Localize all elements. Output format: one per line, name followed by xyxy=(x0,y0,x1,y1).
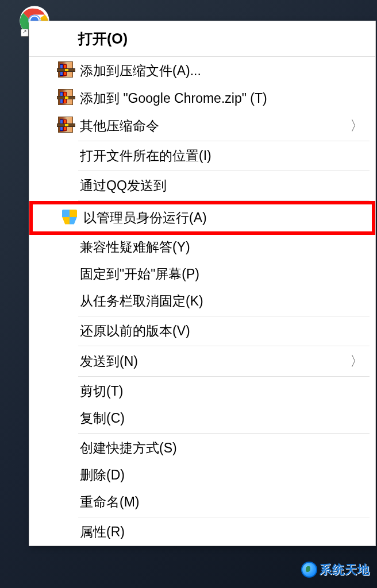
menu-item-compat-troubleshoot[interactable]: 兼容性疑难解答(Y) xyxy=(29,234,375,261)
menu-item-label: 发送到(N) xyxy=(80,353,350,370)
menu-item-restore-previous[interactable]: 还原以前的版本(V) xyxy=(29,318,375,345)
menu-item-send-to[interactable]: 发送到(N) 〉 xyxy=(29,347,375,375)
menu-item-other-compress[interactable]: 其他压缩命令 〉 xyxy=(29,112,375,140)
menu-item-label: 其他压缩命令 xyxy=(80,117,350,135)
menu-item-label: 从任务栏取消固定(K) xyxy=(80,292,368,310)
menu-item-label: 创建快捷方式(S) xyxy=(80,439,368,457)
menu-item-add-to-named-zip[interactable]: 添加到 "Google Chrome.zip" (T) xyxy=(29,84,375,112)
menu-separator xyxy=(78,517,370,517)
menu-item-label: 固定到"开始"屏幕(P) xyxy=(80,265,368,283)
menu-item-add-to-archive[interactable]: 添加到压缩文件(A)... xyxy=(29,57,375,84)
uac-shield-icon xyxy=(56,210,83,227)
menu-item-label: 添加到 "Google Chrome.zip" (T) xyxy=(80,90,368,107)
menu-item-delete[interactable]: 删除(D) xyxy=(29,462,375,489)
menu-item-label: 属性(R) xyxy=(80,523,368,541)
globe-icon xyxy=(301,562,317,578)
winrar-icon xyxy=(52,89,80,107)
menu-item-open-location[interactable]: 打开文件所在的位置(I) xyxy=(29,142,375,169)
winrar-icon xyxy=(52,117,80,135)
menu-item-label: 以管理员身份运行(A) xyxy=(83,209,365,227)
menu-item-label: 打开文件所在的位置(I) xyxy=(80,147,368,165)
chevron-right-icon: 〉 xyxy=(350,117,368,135)
menu-item-cut[interactable]: 剪切(T) xyxy=(29,378,375,405)
menu-separator xyxy=(78,316,370,316)
highlight-box: 以管理员身份运行(A) xyxy=(29,201,375,235)
menu-item-label: 通过QQ发送到 xyxy=(80,177,368,195)
chevron-right-icon: 〉 xyxy=(350,352,368,370)
menu-item-run-as-admin[interactable]: 以管理员身份运行(A) xyxy=(33,204,372,231)
menu-item-label: 添加到压缩文件(A)... xyxy=(80,62,368,80)
menu-item-label: 复制(C) xyxy=(80,409,368,427)
menu-item-rename[interactable]: 重命名(M) xyxy=(29,489,375,516)
menu-item-copy[interactable]: 复制(C) xyxy=(29,405,375,432)
menu-item-pin-to-start[interactable]: 固定到"开始"屏幕(P) xyxy=(29,261,375,288)
menu-item-unpin-taskbar[interactable]: 从任务栏取消固定(K) xyxy=(29,288,375,315)
menu-item-label: 剪切(T) xyxy=(80,382,368,400)
menu-item-label: 删除(D) xyxy=(80,466,368,484)
menu-separator xyxy=(78,171,370,171)
menu-item-label: 重命名(M) xyxy=(80,493,368,511)
menu-item-label: 还原以前的版本(V) xyxy=(80,322,368,340)
menu-header-open[interactable]: 打开(O) xyxy=(29,21,375,57)
menu-separator xyxy=(78,433,370,434)
menu-separator xyxy=(78,346,370,346)
menu-separator xyxy=(78,376,370,377)
menu-item-label: 兼容性疑难解答(Y) xyxy=(80,238,368,256)
winrar-icon xyxy=(52,61,80,80)
menu-item-create-shortcut[interactable]: 创建快捷方式(S) xyxy=(29,435,375,462)
menu-separator xyxy=(78,141,370,141)
watermark: 系统天地 xyxy=(301,562,370,578)
shortcut-arrow-icon xyxy=(21,29,29,37)
menu-item-properties[interactable]: 属性(R) xyxy=(29,519,375,546)
watermark-text: 系统天地 xyxy=(320,562,370,578)
menu-item-qq-send[interactable]: 通过QQ发送到 xyxy=(29,172,375,199)
context-menu: 打开(O) 添加到压缩文件(A)... 添加到 "Google Chrome.z… xyxy=(29,21,376,546)
